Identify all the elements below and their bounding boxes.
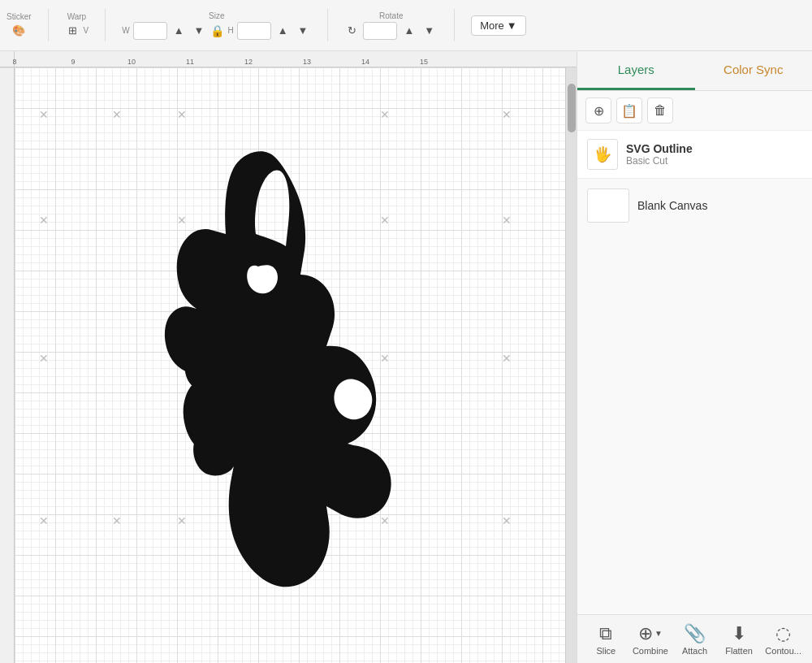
contour-label: Contou... xyxy=(765,646,801,656)
layer-thumbnail: 🖐 xyxy=(587,139,618,170)
main-layout: 8 9 10 11 12 13 14 15 xyxy=(0,51,812,663)
divider-2 xyxy=(105,9,106,41)
right-panel: Layers Color Sync ⊕ 📋 🗑 🖐 SVG Outline Ba… xyxy=(577,51,812,663)
canvas-area[interactable]: 8 9 10 11 12 13 14 15 xyxy=(0,51,577,663)
rotate-input[interactable] xyxy=(363,22,397,40)
crosshatch-9: ✕ xyxy=(112,514,122,527)
sticker-label: Sticker xyxy=(6,12,32,21)
divider-4 xyxy=(454,9,455,41)
crosshatch-6: ✕ xyxy=(39,352,49,365)
height-input[interactable] xyxy=(237,22,271,40)
delete-layer-btn[interactable]: 🗑 xyxy=(647,98,673,124)
warp-icon-btn[interactable]: ⊞ xyxy=(65,23,80,38)
more-button[interactable]: More ▼ xyxy=(471,15,526,36)
more-label: More xyxy=(480,20,504,32)
lock-icon[interactable]: 🔒 xyxy=(210,24,224,37)
layer-info: SVG Outline Basic Cut xyxy=(626,142,802,167)
contour-tool[interactable]: ◌ Contou... xyxy=(763,623,804,656)
crosshatch-4: ✕ xyxy=(39,214,49,227)
ruler-tick-13: 13 xyxy=(303,58,311,66)
ruler-top: 8 9 10 11 12 13 14 15 xyxy=(0,51,577,67)
width-up-btn[interactable]: ▲ xyxy=(171,23,188,38)
canvas-body: ✕ ✕ ✕ ✕ ✕ ✕ ✕ ✕ ✕ ✕ ✕ ✕ ✕ ✕ ✕ ✕ ✕ ✕ xyxy=(0,67,577,663)
size-label: Size xyxy=(209,11,224,20)
rotate-cw-btn[interactable]: ↻ xyxy=(344,23,360,38)
crosshatch-12: ✕ xyxy=(177,108,187,121)
blank-canvas-section: Blank Canvas xyxy=(577,179,812,614)
slice-label: Slice xyxy=(596,646,615,656)
vertical-scrollbar[interactable] xyxy=(565,67,577,663)
layer-thumb-icon: 🖐 xyxy=(594,145,611,163)
attach-icon: 📎 xyxy=(684,623,706,644)
layer-type: Basic Cut xyxy=(626,155,802,167)
blank-canvas-label: Blank Canvas xyxy=(637,199,707,212)
width-down-btn[interactable]: ▼ xyxy=(191,23,208,38)
flatten-icon: ⬇ xyxy=(732,623,746,644)
crosshatch-8: ✕ xyxy=(39,514,49,527)
attach-label: Attach xyxy=(682,646,707,656)
ruler-left xyxy=(0,67,15,663)
sticker-icon-btn[interactable]: 🎨 xyxy=(9,23,28,38)
svg-artwork[interactable] xyxy=(130,136,406,595)
divider-1 xyxy=(48,9,49,41)
panel-toolbar: ⊕ 📋 🗑 xyxy=(577,91,812,131)
crosshatch-5: ✕ xyxy=(502,214,512,227)
combine-tool[interactable]: ⊕ ▼ Combine xyxy=(630,623,671,656)
crosshatch-2: ✕ xyxy=(112,108,122,121)
height-down-btn[interactable]: ▼ xyxy=(295,23,312,38)
main-toolbar: Sticker 🎨 Warp ⊞ V Size W ▲ ▼ 🔒 H ▲ ▼ Ro xyxy=(0,0,812,51)
divider-3 xyxy=(327,9,328,41)
ruler-tick-9: 9 xyxy=(71,58,75,66)
warp-value: V xyxy=(84,26,89,35)
ruler-left-svg xyxy=(0,67,15,652)
scrollbar-thumb[interactable] xyxy=(568,84,576,132)
warp-tool: Warp ⊞ V xyxy=(65,12,89,38)
ruler-top-content: 8 9 10 11 12 13 14 15 xyxy=(15,51,565,67)
attach-tool[interactable]: 📎 Attach xyxy=(674,623,715,656)
sticker-tool: Sticker 🎨 xyxy=(6,12,32,38)
crosshatch-1: ✕ xyxy=(39,108,49,121)
rotate-tool: Rotate ↻ ▲ ▼ xyxy=(344,11,438,40)
ruler-tick-10: 10 xyxy=(127,58,136,66)
tab-color-sync[interactable]: Color Sync xyxy=(695,51,813,90)
duplicate-layer-btn[interactable]: 📋 xyxy=(616,98,642,124)
rotate-label: Rotate xyxy=(379,11,403,20)
size-tool: Size W ▲ ▼ 🔒 H ▲ ▼ xyxy=(122,11,311,40)
layer-item[interactable]: 🖐 SVG Outline Basic Cut xyxy=(577,131,812,179)
combine-arrow-icon: ▼ xyxy=(654,629,663,638)
crosshatch-7: ✕ xyxy=(502,352,512,365)
flatten-tool[interactable]: ⬇ Flatten xyxy=(719,623,759,656)
combine-icon: ⊕ xyxy=(638,623,653,644)
height-up-btn[interactable]: ▲ xyxy=(274,23,292,38)
layer-name: SVG Outline xyxy=(626,142,802,155)
blank-canvas-thumbnail xyxy=(587,188,629,223)
bottom-bar: ⧉ Slice ⊕ ▼ Combine 📎 Attach ⬇ Flatten ◌ xyxy=(577,614,812,663)
grid-canvas[interactable]: ✕ ✕ ✕ ✕ ✕ ✕ ✕ ✕ ✕ ✕ ✕ ✕ ✕ ✕ ✕ ✕ ✕ ✕ xyxy=(15,67,565,663)
crosshatch-13: ✕ xyxy=(380,108,390,121)
ruler-tick-14: 14 xyxy=(361,58,369,66)
ruler-tick-11: 11 xyxy=(186,58,194,66)
ruler-tick-15: 15 xyxy=(420,58,428,66)
flatten-label: Flatten xyxy=(725,646,753,656)
blank-canvas-item[interactable]: Blank Canvas xyxy=(587,188,802,223)
slice-icon: ⧉ xyxy=(599,623,612,644)
panel-tabs: Layers Color Sync xyxy=(577,51,812,91)
add-layer-btn[interactable]: ⊕ xyxy=(585,98,611,124)
slice-tool[interactable]: ⧉ Slice xyxy=(585,623,626,656)
combine-label: Combine xyxy=(633,646,668,656)
more-chevron-icon: ▼ xyxy=(507,20,517,32)
width-input[interactable] xyxy=(133,22,167,40)
warp-label: Warp xyxy=(67,12,87,21)
tab-layers[interactable]: Layers xyxy=(577,51,695,90)
crosshatch-3: ✕ xyxy=(502,108,512,121)
rotate-up-btn[interactable]: ▲ xyxy=(400,23,417,38)
hand-svg xyxy=(130,136,406,592)
ruler-tick-8: 8 xyxy=(12,58,16,66)
contour-icon: ◌ xyxy=(775,623,791,644)
rotate-down-btn[interactable]: ▼ xyxy=(421,23,438,38)
ruler-tick-12: 12 xyxy=(244,58,253,66)
crosshatch-10: ✕ xyxy=(502,514,512,527)
